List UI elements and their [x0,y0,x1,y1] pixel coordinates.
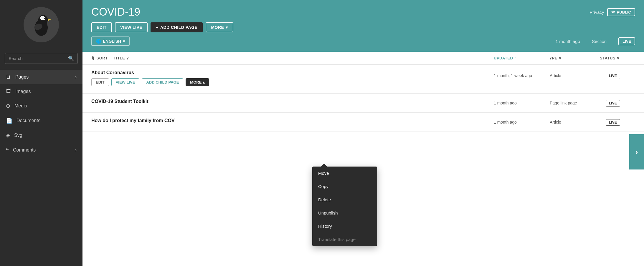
row-2-status-badge: LIVE [606,100,620,107]
title-sort-icon: ∨ [126,56,129,60]
eye-icon: 👁 [611,10,615,14]
row-2-updated: 1 month ago [494,101,541,105]
row-1-updated: 1 month, 1 week ago [494,73,541,78]
header-top: COVID-19 Privacy 👁 PUBLIC [91,6,635,18]
sidebar-item-images[interactable]: 🖼 Images [0,84,82,99]
table-row: COVID-19 Student Toolkit 1 month ago Pag… [82,94,644,113]
comments-chevron-icon: › [75,148,77,152]
sidebar-nav: 🗋 Pages › 🖼 Images ⊙ Media 📄 Documents ◈… [0,70,82,157]
table-row: About Coronavirus EDIT VIEW LIVE ADD CHI… [82,65,644,94]
column-updated[interactable]: UPDATED ↑ [494,56,547,60]
sort-icon: ⇅ [91,56,95,60]
sidebar: 🔍 🗋 Pages › 🖼 Images ⊙ Media 📄 Documents… [0,0,82,266]
column-updated-label: UPDATED [494,56,513,60]
header-status-badge: LIVE [618,37,635,45]
table-header: ⇅ SORT TITLE ∨ UPDATED ↑ TYPE ∨ STATUS ∨ [82,52,644,65]
row-1-actions: EDIT VIEW LIVE ADD CHILD PAGE MORE ▴ [91,78,209,86]
images-icon: 🖼 [6,88,11,94]
pages-icon: 🗋 [6,74,11,80]
privacy-label: Privacy [589,10,604,15]
comments-icon: ❝ [6,147,9,153]
edit-button[interactable]: EDIT [91,22,112,32]
row-1-status: LIVE [606,73,635,78]
column-type[interactable]: TYPE ∨ [547,56,600,60]
sidebar-item-images-label: Images [15,89,31,94]
row-1-more-chevron-icon: ▴ [203,80,205,84]
privacy-area: Privacy 👁 PUBLIC [589,8,635,16]
dropdown-unpublish[interactable]: Unpublish [312,206,377,220]
header-stats: 1 month ago Section LIVE [556,37,635,45]
sidebar-item-pages-label: Pages [15,74,29,80]
view-live-button[interactable]: VIEW LIVE [115,22,148,32]
sort-button[interactable]: ⇅ SORT [91,56,108,60]
column-status[interactable]: STATUS ∨ [600,56,635,60]
public-badge: 👁 PUBLIC [607,8,635,16]
main-content: COVID-19 Privacy 👁 PUBLIC EDIT VIEW LIVE… [82,0,644,266]
row-1-type: Article [550,73,597,78]
row-3-status: LIVE [606,119,635,125]
plus-icon: + [156,25,158,30]
svg-marker-3 [48,19,51,21]
add-child-page-button[interactable]: + ADD CHILD PAGE [151,22,203,32]
row-3-type: Article [550,120,597,124]
table-row: How do I protect my family from COV 1 mo… [82,113,644,132]
sidebar-item-media[interactable]: ⊙ Media [0,99,82,113]
search-input[interactable] [9,56,68,61]
row-1-more-label: MORE [190,80,202,84]
language-label: ENGLISH [103,39,121,44]
more-button[interactable]: MORE ▾ [206,22,233,32]
documents-icon: 📄 [6,117,12,124]
row-2-title: COVID-19 Student Toolkit [91,99,148,104]
more-label: MORE [211,25,224,30]
sidebar-item-svg[interactable]: ◈ Svg [0,128,82,143]
sidebar-item-media-label: Media [14,103,27,109]
content-area: ⇅ SORT TITLE ∨ UPDATED ↑ TYPE ∨ STATUS ∨ [82,52,644,266]
row-1-add-child-button[interactable]: ADD CHILD PAGE [142,78,183,86]
svg-point-7 [44,18,45,19]
type-sort-icon: ∨ [559,56,562,60]
header-actions: EDIT VIEW LIVE + ADD CHILD PAGE MORE ▾ 🌐… [91,22,635,46]
sort-label: SORT [97,56,108,60]
column-status-label: STATUS [600,56,615,60]
dropdown-delete[interactable]: Delete [312,193,377,206]
bird-logo-icon [29,11,53,38]
dropdown-arrow [321,164,327,167]
row-2-status: LIVE [606,100,635,106]
status-sort-icon: ∨ [617,56,620,60]
media-icon: ⊙ [6,103,10,109]
sidebar-item-documents[interactable]: 📄 Documents [0,113,82,128]
expand-panel-button[interactable]: › [629,134,644,169]
sidebar-item-comments[interactable]: ❝ Comments › [0,143,82,157]
row-1-more-button[interactable]: MORE ▴ [186,78,209,86]
section-label: Section [592,39,607,44]
updated-sort-icon: ↑ [514,56,516,60]
row-2-type: Page link page [550,101,597,105]
language-button[interactable]: 🌐 ENGLISH ▾ [91,36,130,46]
dropdown-history[interactable]: History [312,220,377,233]
row-1-status-badge: LIVE [606,73,620,79]
add-child-label: ADD CHILD PAGE [160,25,198,30]
row-3-updated: 1 month ago [494,120,541,124]
dropdown-menu: Move Copy Delete Unpublish History Trans… [312,167,377,246]
dropdown-translate: Translate this page [312,233,377,246]
page-header: COVID-19 Privacy 👁 PUBLIC EDIT VIEW LIVE… [82,0,644,52]
sidebar-item-pages[interactable]: 🗋 Pages › [0,70,82,84]
search-box[interactable]: 🔍 [5,53,78,64]
logo-area [0,0,82,49]
column-type-label: TYPE [547,56,557,60]
column-title-label: TITLE [114,56,125,60]
row-1-view-live-button[interactable]: VIEW LIVE [111,78,140,86]
globe-icon: 🌐 [96,39,101,44]
dropdown-copy[interactable]: Copy [312,180,377,193]
expand-icon: › [635,147,638,157]
row-3-status-badge: LIVE [606,119,620,126]
more-chevron-icon: ▾ [226,25,228,30]
pages-chevron-icon: › [75,75,77,79]
column-title[interactable]: TITLE ∨ [114,56,494,60]
search-icon: 🔍 [68,56,74,61]
public-badge-text: PUBLIC [617,10,631,14]
sidebar-item-comments-label: Comments [13,147,36,153]
dropdown-move[interactable]: Move [312,167,377,180]
row-1-edit-button[interactable]: EDIT [91,78,109,86]
row-1-title: About Coronavirus [91,70,209,75]
